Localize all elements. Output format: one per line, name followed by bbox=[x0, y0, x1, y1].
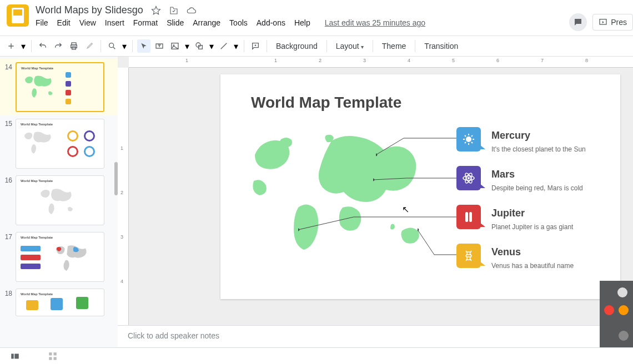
pill-icon bbox=[462, 210, 475, 224]
svg-rect-23 bbox=[49, 352, 52, 355]
theme-button[interactable]: Theme bbox=[378, 42, 411, 50]
toolbar: ▾ ▾ ▾ ▾ ▾ Background Layout Theme Transi… bbox=[0, 36, 633, 57]
callout-mercury[interactable] bbox=[456, 127, 481, 151]
slides-logo[interactable] bbox=[7, 4, 29, 27]
thumb-slide-17[interactable]: World Map Template bbox=[16, 232, 104, 282]
item-title-venus[interactable]: Venus bbox=[491, 246, 521, 258]
menu-addons[interactable]: Add-ons bbox=[257, 18, 285, 27]
svg-point-11 bbox=[373, 179, 374, 181]
svg-rect-22 bbox=[14, 353, 19, 358]
comment-tool[interactable] bbox=[249, 39, 262, 53]
svg-rect-24 bbox=[54, 352, 57, 355]
speaker-notes[interactable]: Click to add speaker notes bbox=[118, 325, 633, 347]
comments-button[interactable] bbox=[569, 13, 587, 31]
bottom-bar bbox=[0, 347, 633, 364]
menu-help[interactable]: Help bbox=[294, 18, 310, 27]
present-icon bbox=[599, 18, 607, 27]
menu-bar: File Edit View Insert Format Slide Arran… bbox=[36, 18, 626, 27]
item-title-mars[interactable]: Mars bbox=[491, 169, 515, 180]
item-desc-jupiter[interactable]: Planet Jupiter is a gas giant bbox=[491, 223, 573, 231]
menu-view[interactable]: View bbox=[79, 18, 96, 27]
atom-icon bbox=[462, 171, 475, 185]
menu-file[interactable]: File bbox=[36, 18, 48, 27]
print-button[interactable] bbox=[67, 39, 81, 53]
new-slide-button[interactable] bbox=[4, 39, 18, 53]
background-button[interactable]: Background bbox=[272, 42, 322, 50]
line-tool[interactable] bbox=[217, 39, 230, 53]
zoom-dropdown[interactable]: ▾ bbox=[121, 39, 128, 53]
thumb-number: 15 bbox=[4, 119, 16, 169]
star-icon[interactable] bbox=[151, 6, 161, 16]
gear-icon bbox=[462, 133, 475, 146]
comment-icon bbox=[573, 17, 583, 27]
thumb-slide-15[interactable]: World Map Template bbox=[16, 119, 104, 169]
menu-format[interactable]: Format bbox=[133, 18, 158, 27]
paint-format-button[interactable] bbox=[83, 39, 96, 53]
thumb-number: 18 bbox=[4, 289, 16, 316]
present-label: Pres bbox=[611, 18, 627, 27]
thumb-number: 14 bbox=[4, 62, 16, 112]
vertical-ruler: 1 2 3 4 bbox=[118, 68, 129, 347]
cloud-icon[interactable] bbox=[187, 6, 197, 16]
callout-jupiter[interactable] bbox=[456, 205, 481, 229]
undo-button[interactable] bbox=[36, 39, 49, 53]
last-edit-link[interactable]: Last edit was 25 minutes ago bbox=[325, 18, 425, 27]
new-slide-dropdown[interactable]: ▾ bbox=[20, 39, 27, 53]
menu-slide[interactable]: Slide bbox=[167, 18, 184, 27]
thumb-number: 16 bbox=[4, 175, 16, 225]
slide-title[interactable]: World Map Template bbox=[251, 94, 401, 112]
textbox-tool[interactable] bbox=[153, 39, 166, 53]
item-title-jupiter[interactable]: Jupiter bbox=[491, 208, 525, 219]
svg-point-14 bbox=[466, 136, 471, 142]
slide-canvas[interactable]: 1 1 2 3 4 5 6 7 8 1 2 3 4 World Map Temp… bbox=[118, 57, 633, 347]
menu-tools[interactable]: Tools bbox=[229, 18, 248, 27]
layout-button[interactable]: Layout bbox=[331, 42, 368, 50]
item-title-mercury[interactable]: Mercury bbox=[491, 130, 530, 141]
thumb-slide-14[interactable]: World Map Template bbox=[16, 62, 104, 112]
shape-tool[interactable] bbox=[193, 39, 206, 53]
callout-venus[interactable] bbox=[456, 244, 481, 268]
present-button[interactable]: Pres bbox=[592, 14, 633, 31]
dna-icon bbox=[462, 249, 475, 262]
svg-point-4 bbox=[109, 43, 114, 48]
line-dropdown[interactable]: ▾ bbox=[233, 39, 239, 53]
header: World Maps by Slidesgo File Edit View In… bbox=[0, 0, 633, 36]
shape-dropdown[interactable]: ▾ bbox=[208, 39, 215, 53]
item-desc-mars[interactable]: Despite being red, Mars is cold bbox=[491, 184, 583, 192]
svg-rect-25 bbox=[49, 357, 52, 360]
grid-view-icon[interactable] bbox=[48, 351, 58, 361]
thumb-slide-16[interactable]: World Map Template bbox=[16, 175, 104, 225]
item-desc-venus[interactable]: Venus has a beautiful name bbox=[491, 262, 574, 270]
svg-point-15 bbox=[468, 177, 470, 179]
transition-button[interactable]: Transition bbox=[420, 42, 463, 50]
filmstrip-view-icon[interactable] bbox=[10, 351, 20, 361]
side-panel[interactable] bbox=[600, 281, 633, 347]
horizontal-ruler: 1 1 2 3 4 5 6 7 8 bbox=[129, 57, 633, 68]
svg-point-13 bbox=[418, 229, 419, 231]
callout-mars[interactable] bbox=[456, 166, 481, 190]
item-desc-mercury[interactable]: It's the closest planet to the Sun bbox=[491, 145, 586, 153]
svg-rect-19 bbox=[465, 212, 468, 222]
svg-rect-21 bbox=[11, 353, 14, 358]
thumb-slide-18[interactable]: World Map Template bbox=[16, 289, 104, 316]
image-dropdown[interactable]: ▾ bbox=[184, 39, 190, 53]
redo-button[interactable] bbox=[52, 39, 65, 53]
svg-rect-26 bbox=[54, 357, 57, 360]
menu-arrange[interactable]: Arrange bbox=[193, 18, 220, 27]
doc-title[interactable]: World Maps by Slidesgo bbox=[36, 4, 143, 16]
slide-thumbnails[interactable]: 14 World Map Template 15 World Map Templ… bbox=[0, 57, 118, 347]
notes-placeholder: Click to add speaker notes bbox=[128, 331, 219, 340]
move-icon[interactable] bbox=[169, 6, 179, 16]
zoom-button[interactable] bbox=[105, 39, 119, 53]
svg-point-10 bbox=[376, 154, 377, 156]
select-tool[interactable] bbox=[137, 39, 150, 53]
image-tool[interactable] bbox=[168, 39, 182, 53]
menu-edit[interactable]: Edit bbox=[57, 18, 71, 27]
menu-insert[interactable]: Insert bbox=[105, 18, 124, 27]
svg-point-12 bbox=[298, 229, 299, 231]
thumb-number: 17 bbox=[4, 232, 16, 282]
current-slide[interactable]: World Map Template bbox=[220, 74, 620, 299]
svg-rect-20 bbox=[469, 212, 472, 222]
